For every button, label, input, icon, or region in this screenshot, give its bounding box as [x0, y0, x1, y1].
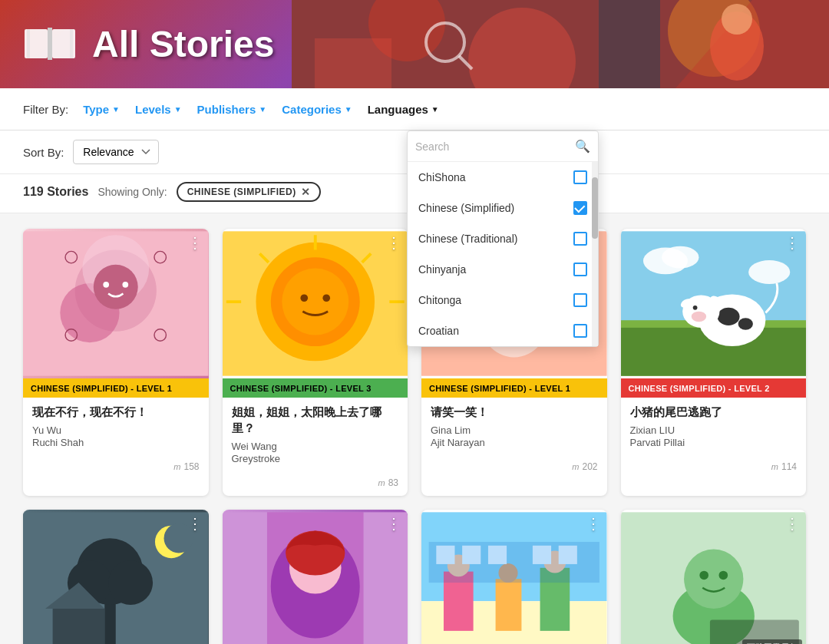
search-icon: 🔍	[575, 139, 590, 154]
card-menu-button[interactable]: ⋮	[784, 235, 800, 250]
card-badge: CHINESE (SIMPLIFIED) - LEVEL 1	[421, 378, 607, 398]
story-card[interactable]: ⋮ CHINESE (SIMPLIFIED) - LEVEL 2 小猪的尾巴逃跑…	[621, 229, 807, 496]
chinese-traditional-checkbox[interactable]	[573, 232, 587, 246]
card-body: 请笑一笑！ Gina Lim Ajit Narayan	[421, 398, 607, 457]
card-footer: m 158	[23, 457, 209, 480]
card-author1: Gina Lim	[431, 424, 598, 436]
svg-rect-78	[496, 580, 522, 632]
story-card[interactable]: ⋮ CHINESE (SIMPLIFIED) - LEVEL 1	[23, 510, 209, 644]
card-badge: CHINESE (SIMPLIFIED) - LEVEL 1	[23, 378, 209, 398]
svg-rect-66	[53, 609, 105, 644]
svg-point-30	[282, 269, 348, 335]
filter-categories-button[interactable]: Categories ▼	[277, 100, 356, 119]
croatian-checkbox[interactable]	[573, 324, 587, 338]
filter-publishers-button[interactable]: Publishers ▼	[193, 100, 272, 119]
sort-label: Sort By:	[23, 146, 64, 159]
card-image: 西雅图雷尼尔 ⋮	[621, 510, 807, 644]
filter-languages-button[interactable]: Languages ▼	[363, 100, 444, 119]
card-image: ⋮	[223, 229, 408, 378]
scrollbar-thumb[interactable]	[592, 177, 598, 239]
svg-rect-88	[559, 546, 577, 564]
filter-label: Filter By:	[23, 103, 68, 116]
card-footer: m 202	[421, 457, 607, 480]
svg-rect-3	[599, 0, 660, 88]
remove-filter-button[interactable]: ✕	[301, 186, 311, 198]
header-content: All Stories	[23, 23, 274, 65]
language-item-chishona[interactable]: ChiShona	[408, 162, 598, 193]
filter-levels-button[interactable]: Levels ▼	[130, 100, 187, 119]
reads-count: 158	[183, 461, 199, 472]
card-menu-button[interactable]: ⋮	[586, 516, 601, 531]
card-menu-button[interactable]: ⋮	[386, 516, 401, 531]
story-card[interactable]: ⋮ CHINESE (SIMPLIFIED) - LEVEL 1 现在不行，现在…	[23, 229, 209, 496]
filter-type-button[interactable]: Type ▼	[78, 100, 124, 119]
svg-rect-84	[436, 546, 454, 564]
reads-count: 202	[582, 461, 597, 472]
chevron-down-icon: ▼	[345, 105, 352, 114]
language-item-chinese-traditional[interactable]: Chinese (Traditional)	[408, 223, 598, 254]
svg-point-51	[717, 308, 739, 325]
card-badge: CHINESE (SIMPLIFIED) - LEVEL 3	[223, 378, 408, 398]
card-title: 小猪的尾巴逃跑了	[630, 404, 798, 420]
language-item-croatian[interactable]: Croatian	[408, 315, 598, 346]
card-image: ⋮	[23, 229, 209, 378]
card-author2: Ajit Narayan	[431, 437, 598, 448]
page-title: All Stories	[92, 23, 274, 65]
reads-count: 83	[388, 477, 398, 488]
chevron-down-icon: ▼	[431, 105, 439, 114]
card-footer: m 83	[223, 473, 408, 496]
story-card[interactable]: ⋮ CHINESE (SIMPLIFIED) - LEVEL 3 姐姐，姐姐，太…	[223, 229, 408, 496]
language-item-chinese-simplified[interactable]: Chinese (Simplified)	[408, 193, 598, 223]
svg-point-65	[108, 560, 153, 605]
results-count: 119 Stories	[23, 185, 88, 199]
language-search-input[interactable]	[415, 140, 569, 153]
reads-icon: m	[771, 462, 778, 471]
card-menu-button[interactable]: ⋮	[187, 235, 203, 250]
sort-select[interactable]: Relevance Most Read Newest Oldest	[73, 140, 159, 164]
chinese-simplified-checkbox[interactable]	[573, 201, 587, 215]
svg-rect-87	[533, 546, 551, 564]
card-author2: Parvati Pillai	[630, 437, 798, 448]
page-header: All Stories	[0, 0, 829, 88]
results-showing-label: Showing Only:	[97, 186, 167, 198]
svg-point-54	[691, 312, 705, 322]
card-menu-button[interactable]: ⋮	[386, 235, 401, 250]
svg-point-21	[103, 282, 109, 288]
svg-point-20	[94, 265, 138, 309]
chinyanja-checkbox[interactable]	[573, 263, 587, 276]
svg-rect-15	[48, 28, 52, 60]
svg-rect-14	[70, 29, 73, 58]
reads-icon: m	[572, 462, 579, 471]
active-filter-label: CHINESE (SIMPLIFIED)	[187, 187, 296, 197]
story-card[interactable]: ⋮ CHINESE (SIMPLIFIED) - LEVEL 2	[223, 510, 408, 644]
card-body: 现在不行，现在不行！ Yu Wu Ruchi Shah	[23, 398, 209, 457]
story-card[interactable]: 西雅图雷尼尔 ⋮ CHINESE (SIMPLIFIED) - LEVEL 2 …	[621, 510, 807, 644]
svg-point-36	[300, 294, 308, 302]
language-item-chinyanja[interactable]: Chinyanja	[408, 254, 598, 285]
svg-point-92	[699, 571, 708, 580]
svg-rect-10	[315, 38, 391, 88]
card-menu-button[interactable]: ⋮	[784, 516, 800, 531]
card-menu-button[interactable]: ⋮	[187, 516, 203, 531]
svg-point-55	[692, 305, 697, 310]
svg-rect-86	[488, 546, 507, 564]
card-title: 姐姐，姐姐，太阳晚上去了哪里？	[232, 404, 399, 436]
dropdown-search-bar: 🔍	[408, 131, 598, 162]
story-card[interactable]: ⋮ CHINESE (SIMPLIFIED) - LEVEL 1	[421, 510, 607, 644]
card-author2: Ruchi Shah	[32, 437, 200, 448]
chevron-down-icon: ▼	[174, 105, 182, 114]
watermark: 西雅图雷尼尔	[742, 639, 802, 644]
language-list: ChiShona Chinese (Simplified) Chinese (T…	[408, 162, 598, 346]
reads-icon: m	[378, 478, 385, 487]
card-author1: Zixian LIU	[630, 424, 798, 436]
card-badge: CHINESE (SIMPLIFIED) - LEVEL 2	[621, 378, 807, 398]
svg-point-93	[718, 571, 728, 580]
scrollbar-track	[592, 162, 598, 346]
card-author1: Wei Wang	[232, 441, 399, 452]
svg-point-22	[122, 282, 128, 288]
card-body: 姐姐，姐姐，太阳晚上去了哪里？ Wei Wang Greystroke	[223, 398, 408, 473]
language-item-chitonga[interactable]: Chitonga	[408, 285, 598, 315]
chishona-checkbox[interactable]	[573, 170, 587, 184]
card-image: ⋮	[223, 510, 408, 644]
chitonga-checkbox[interactable]	[573, 293, 587, 307]
